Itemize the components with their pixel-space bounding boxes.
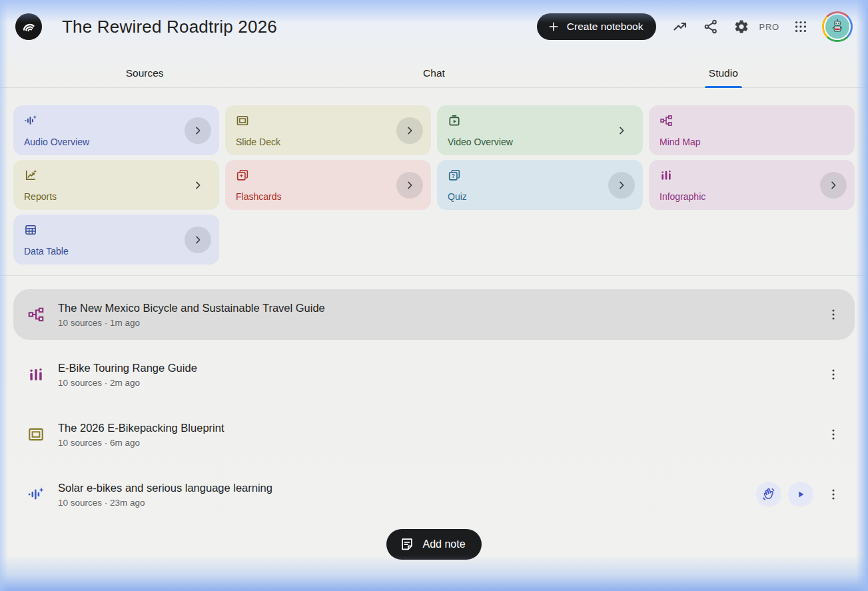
studio-card-video-overview[interactable]: Video Overview <box>437 105 643 155</box>
share-button[interactable] <box>697 13 724 40</box>
artifact-text: E-Bike Touring Range Guide 10 sources · … <box>58 362 820 388</box>
card-label: Flashcards <box>236 191 420 202</box>
pro-badge: PRO <box>759 22 779 32</box>
artifact-title: E-Bike Touring Range Guide <box>58 362 820 374</box>
data-table-open-button[interactable] <box>185 227 211 253</box>
chevron-right-icon <box>191 179 205 192</box>
chevron-right-icon <box>403 124 416 137</box>
user-avatar[interactable] <box>822 11 853 42</box>
notebooklm-logo[interactable] <box>15 13 42 40</box>
audio-waveform-icon <box>27 486 45 503</box>
tab-chat[interactable]: Chat <box>289 59 578 87</box>
edge-glow-right <box>856 0 868 591</box>
slide-deck-icon <box>236 114 420 127</box>
artifact-text: The New Mexico Bicycle and Sustainable T… <box>58 302 820 328</box>
chevron-right-icon <box>191 124 205 137</box>
studio-card-data-table[interactable]: Data Table <box>13 215 219 265</box>
audio-waveform-icon <box>24 114 209 127</box>
card-label: Reports <box>24 191 209 202</box>
avatar-image <box>824 13 851 40</box>
video-overview-icon <box>448 114 632 127</box>
mind-map-icon <box>659 114 844 127</box>
slide-deck-icon <box>27 426 45 443</box>
chevron-right-icon <box>827 179 840 192</box>
studio-card-reports[interactable]: Reports <box>13 160 219 210</box>
play-icon <box>793 487 808 502</box>
slide-deck-open-button[interactable] <box>396 117 423 144</box>
share-icon <box>703 19 719 35</box>
studio-card-mind-map[interactable]: Mind Map <box>649 105 855 155</box>
tab-label: Studio <box>709 67 738 79</box>
kebab-menu-icon <box>826 307 841 322</box>
robot-avatar-icon <box>829 18 846 35</box>
edge-glow-left <box>0 0 8 591</box>
artifact-meta: 10 sources · 2m ago <box>58 378 820 388</box>
artifact-text: The 2026 E-Bikepacking Blueprint 10 sour… <box>58 422 820 448</box>
tab-label: Sources <box>126 67 164 79</box>
interactive-mode-button[interactable] <box>756 482 781 507</box>
flashcards-open-button[interactable] <box>396 172 423 199</box>
more-options-button[interactable] <box>820 301 847 328</box>
artifact-meta: 10 sources · 1m ago <box>58 318 820 328</box>
notebook-title[interactable]: The Rewired Roadtrip 2026 <box>62 17 537 37</box>
studio-card-slide-deck[interactable]: Slide Deck <box>225 105 431 155</box>
artifact-row[interactable]: E-Bike Touring Range Guide 10 sources · … <box>13 349 855 400</box>
note-icon <box>400 537 414 552</box>
artifact-row[interactable]: The New Mexico Bicycle and Sustainable T… <box>13 289 855 340</box>
quiz-icon <box>448 169 632 182</box>
mind-map-icon <box>27 306 45 323</box>
create-notebook-button[interactable]: Create notebook <box>537 13 657 40</box>
section-divider <box>0 275 868 276</box>
card-label: Video Overview <box>448 137 632 147</box>
gear-icon <box>733 19 749 35</box>
edge-glow-bottom <box>0 555 868 591</box>
infographic-icon <box>659 169 844 182</box>
more-options-button[interactable] <box>820 421 847 448</box>
studio-card-quiz[interactable]: Quiz <box>437 160 643 210</box>
card-label: Quiz <box>448 191 632 202</box>
main-tabs: Sources Chat Studio <box>0 59 868 88</box>
artifact-list: The New Mexico Bicycle and Sustainable T… <box>13 289 855 520</box>
play-button[interactable] <box>788 482 813 507</box>
add-note-container: Add note <box>0 529 868 560</box>
tab-studio[interactable]: Studio <box>579 59 868 87</box>
studio-card-audio-overview[interactable]: Audio Overview <box>13 105 219 155</box>
trending-up-icon <box>672 19 688 35</box>
data-table-icon <box>24 223 209 237</box>
more-options-button[interactable] <box>820 481 847 508</box>
artifact-row[interactable]: The 2026 E-Bikepacking Blueprint 10 sour… <box>13 409 855 460</box>
tab-sources[interactable]: Sources <box>0 59 289 87</box>
reports-icon <box>24 169 209 182</box>
apps-grid-icon <box>793 19 808 34</box>
artifact-title: The 2026 E-Bikepacking Blueprint <box>58 422 820 434</box>
more-options-button[interactable] <box>820 361 847 388</box>
audio-overview-open-button[interactable] <box>185 117 211 144</box>
header-actions: Create notebook PRO <box>537 11 853 42</box>
card-label: Data Table <box>24 246 209 257</box>
artifact-row[interactable]: Solar e-bikes and serious language learn… <box>13 469 855 520</box>
tab-active-underline <box>705 86 742 88</box>
kebab-menu-icon <box>826 487 841 502</box>
chevron-right-icon <box>403 179 416 192</box>
studio-card-grid: Audio Overview Slide Deck Video Overview… <box>13 105 855 265</box>
chevron-right-icon <box>191 233 205 247</box>
artifact-meta: 10 sources · 6m ago <box>58 438 820 448</box>
tab-label: Chat <box>423 67 445 79</box>
create-notebook-label: Create notebook <box>567 21 644 33</box>
google-apps-button[interactable] <box>787 13 814 40</box>
quiz-open-button[interactable] <box>608 172 635 199</box>
plus-icon <box>548 21 560 33</box>
artifact-meta: 10 sources · 23m ago <box>58 498 756 508</box>
add-note-label: Add note <box>422 538 465 550</box>
studio-card-flashcards[interactable]: Flashcards <box>225 160 431 210</box>
studio-card-infographic[interactable]: Infographic <box>649 160 855 210</box>
artifact-text: Solar e-bikes and serious language learn… <box>58 482 756 508</box>
video-overview-open-button[interactable] <box>608 117 635 144</box>
reports-open-button[interactable] <box>185 172 211 199</box>
infographic-open-button[interactable] <box>820 172 847 199</box>
analytics-button[interactable] <box>667 13 693 40</box>
card-label: Audio Overview <box>24 137 209 147</box>
infographic-icon <box>27 366 45 383</box>
settings-button[interactable] <box>728 13 755 40</box>
add-note-button[interactable]: Add note <box>386 529 481 560</box>
